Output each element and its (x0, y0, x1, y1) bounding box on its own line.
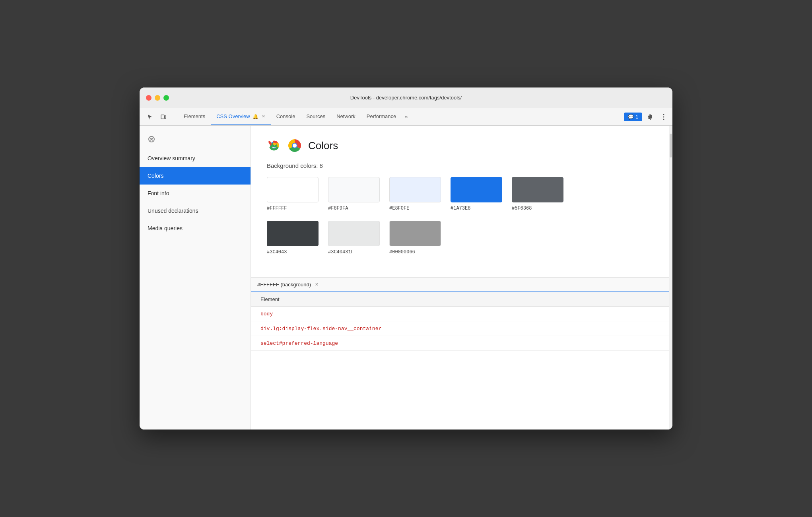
minimize-button[interactable] (155, 95, 160, 101)
element-row-select[interactable]: select#preferred-language (251, 336, 669, 351)
chrome-logo-icon (288, 138, 302, 153)
sidebar: Overview summary Colors Font info Unused… (140, 126, 251, 430)
color-swatch-00000066[interactable]: #00000066 (389, 221, 441, 255)
svg-point-4 (663, 119, 664, 120)
element-link-div[interactable]: div.lg:display-flex.side-nav__container (260, 326, 381, 332)
sidebar-item-font-info[interactable]: Font info (140, 185, 251, 202)
cursor-icon[interactable] (144, 111, 155, 122)
title-bar: DevTools - developer.chrome.com/tags/dev… (140, 87, 672, 108)
svg-rect-0 (161, 115, 164, 119)
window-title: DevTools - developer.chrome.com/tags/dev… (350, 95, 462, 101)
maximize-button[interactable] (163, 95, 169, 101)
traffic-lights (140, 95, 169, 101)
color-swatch-f8f9fa[interactable]: #F8F9FA (328, 177, 380, 211)
element-link-body[interactable]: body (260, 311, 273, 317)
tab-bar: Elements CSS Overview 🔔 ✕ Console Source… (140, 108, 672, 126)
bottom-tab-bar: #FFFFFF (background) ✕ (251, 278, 669, 292)
close-button[interactable] (146, 95, 152, 101)
bottom-tab-close-icon[interactable]: ✕ (315, 282, 319, 287)
svg-point-2 (663, 114, 664, 115)
sidebar-item-overview[interactable]: Overview summary (140, 150, 251, 167)
tab-bar-right: 💬 1 (624, 108, 672, 125)
svg-rect-1 (165, 116, 166, 119)
main-content: Overview summary Colors Font info Unused… (140, 126, 672, 430)
swatch-e8f0fe (389, 177, 441, 202)
swatch-5f6368 (512, 177, 563, 202)
color-label-f8f9fa: #F8F9FA (328, 206, 348, 211)
color-swatch-3c40431f[interactable]: #3C40431F (328, 221, 380, 255)
color-swatch-ffffff[interactable]: #FFFFFF (267, 177, 319, 211)
color-label-ffffff: #FFFFFF (267, 206, 287, 211)
chat-icon: 💬 (628, 114, 634, 120)
color-label-e8f0fe: #E8F0FE (389, 206, 409, 211)
bell-icon: 🔔 (253, 114, 258, 119)
tab-performance[interactable]: Performance (361, 108, 402, 125)
bottom-panel: #FFFFFF (background) ✕ Element body div.… (251, 278, 669, 430)
element-link-select[interactable]: select#preferred-language (260, 340, 338, 346)
swatch-3c40431f (328, 221, 380, 246)
color-label-5f6368: #5F6368 (512, 206, 532, 211)
devtools-window: DevTools - developer.chrome.com/tags/dev… (140, 87, 672, 430)
scroll-thumb[interactable] (670, 134, 672, 157)
tab-sources[interactable]: Sources (301, 108, 331, 125)
sidebar-item-media-queries[interactable]: Media queries (140, 220, 251, 237)
bottom-tab-ffffff[interactable]: #FFFFFF (background) ✕ (257, 278, 319, 292)
color-label-3c4043: #3C4043 (267, 249, 287, 255)
element-row-div[interactable]: div.lg:display-flex.side-nav__container (251, 321, 669, 336)
tab-css-overview[interactable]: CSS Overview 🔔 ✕ (211, 108, 271, 125)
swatch-00000066 (389, 221, 441, 246)
sidebar-top (140, 129, 251, 150)
swatch-3c4043 (267, 221, 319, 246)
background-colors-label: Background colors: 8 (267, 162, 653, 169)
swatch-1a73e8 (451, 177, 502, 202)
device-icon[interactable] (158, 111, 169, 122)
swatch-ffffff (267, 177, 319, 202)
google-chrome-icon (267, 138, 281, 153)
sidebar-item-colors[interactable]: Colors (140, 167, 251, 185)
color-swatch-5f6368[interactable]: #5F6368 (512, 177, 563, 211)
section-title: Colors (308, 140, 338, 152)
feedback-button[interactable]: 💬 1 (624, 113, 642, 121)
toolbar-icons (141, 108, 178, 125)
color-label-3c40431f: #3C40431F (328, 249, 354, 255)
back-icon[interactable] (146, 134, 157, 145)
tab-network[interactable]: Network (331, 108, 361, 125)
scrollbar[interactable] (669, 126, 672, 430)
svg-point-13 (293, 144, 297, 148)
settings-icon[interactable] (645, 111, 656, 122)
element-column-header: Element (251, 292, 669, 307)
more-options-icon[interactable] (658, 111, 669, 122)
element-row-body[interactable]: body (251, 307, 669, 321)
color-swatch-e8f0fe[interactable]: #E8F0FE (389, 177, 441, 211)
color-grid-row1: #FFFFFF #F8F9FA #E8F0FE #1A73E8 (267, 177, 653, 211)
more-tabs-button[interactable]: » (402, 108, 411, 125)
color-swatch-1a73e8[interactable]: #1A73E8 (451, 177, 502, 211)
tab-console[interactable]: Console (271, 108, 301, 125)
sidebar-item-unused-declarations[interactable]: Unused declarations (140, 202, 251, 220)
tab-elements[interactable]: Elements (178, 108, 211, 125)
color-label-00000066: #00000066 (389, 249, 415, 255)
color-label-1a73e8: #1A73E8 (451, 206, 470, 211)
swatch-f8f9fa (328, 177, 380, 202)
tab-close-icon[interactable]: ✕ (262, 114, 265, 119)
color-grid-row2: #3C4043 #3C40431F #00000066 (267, 221, 653, 255)
color-swatch-3c4043[interactable]: #3C4043 (267, 221, 319, 255)
svg-point-3 (663, 116, 664, 117)
colors-section: Colors Background colors: 8 #FFFFFF #F8F… (251, 126, 669, 278)
section-header: Colors (267, 138, 653, 153)
